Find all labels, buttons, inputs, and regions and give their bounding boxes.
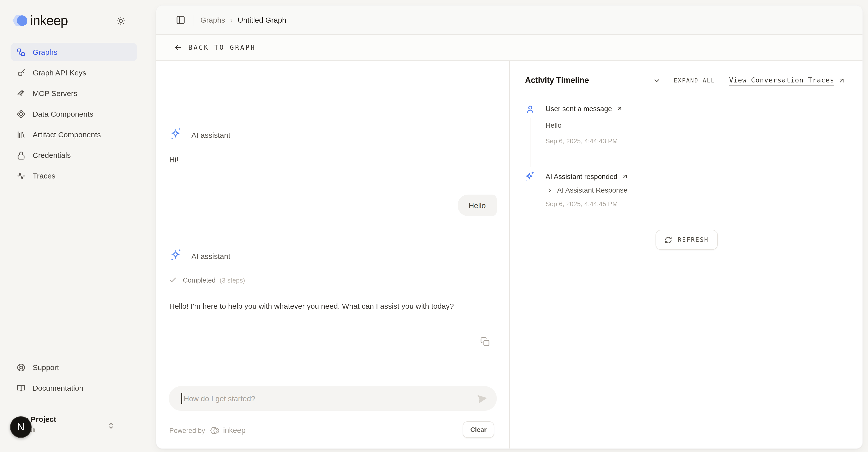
assistant-message: Hi! [169, 156, 179, 164]
inkeep-mark-icon [210, 426, 220, 435]
sidebar-item-label: Credentials [33, 151, 71, 160]
chat-playground: AI assistant Hi! Hello AI assistant [156, 61, 509, 449]
refresh-button[interactable]: REFRESH [655, 230, 718, 250]
copy-icon [480, 337, 490, 346]
status-label: Completed [183, 276, 216, 284]
sidebar-item-credentials[interactable]: Credentials [10, 146, 137, 164]
timeline-event-title[interactable]: User sent a message [546, 105, 623, 113]
panel-title: Activity Timeline [525, 76, 589, 85]
mcp-icon [17, 89, 26, 98]
sun-icon [116, 16, 125, 25]
sidebar-item-label: Data Components [33, 110, 93, 118]
sidebar-item-label: Artifact Components [33, 130, 101, 139]
status-steps: (3 steps) [220, 276, 245, 284]
sidebar-item-label: Graphs [33, 48, 57, 56]
divider [193, 14, 193, 25]
assistant-message: Hello! I'm here to help you with whateve… [169, 300, 475, 313]
app-root: inkeep Graphs [0, 0, 868, 452]
sidebar-footer-nav: Support Documentation [10, 358, 137, 399]
sidebar-item-graphs[interactable]: Graphs [10, 43, 137, 61]
assistant-label: AI assistant [191, 131, 230, 139]
inkeep-wordmark: inkeep [30, 13, 68, 28]
refresh-label: REFRESH [678, 236, 709, 243]
logo-row: inkeep [11, 13, 147, 28]
sidebar-nav: Graphs Graph API Keys MC [10, 43, 137, 187]
arrow-left-icon [174, 43, 182, 52]
project-selector[interactable]: N My Project Default [0, 413, 156, 442]
sparkle-icon [524, 171, 535, 182]
project-switcher-button[interactable] [103, 418, 119, 433]
back-bar: BACK TO GRAPH [156, 35, 863, 61]
back-to-graph-label: BACK TO GRAPH [188, 44, 256, 51]
inkeep-logo-mark-icon [11, 13, 29, 28]
back-to-graph-button[interactable]: BACK TO GRAPH [174, 43, 256, 52]
collapse-timeline-button[interactable] [651, 75, 663, 86]
key-icon [17, 68, 26, 77]
timeline-connector [530, 118, 530, 167]
user-icon [526, 105, 534, 114]
breadcrumb-chevron-icon: › [230, 16, 232, 24]
completion-status[interactable]: Completed (3 steps) [169, 276, 245, 284]
chat-input-placeholder: How do I get started? [184, 394, 255, 403]
copy-button[interactable] [478, 335, 491, 348]
ai-sparkle-icon [169, 127, 183, 141]
timeline-event-title[interactable]: AI Assistant responded [546, 172, 628, 180]
breadcrumb: Graphs › Untitled Graph [200, 16, 286, 24]
chat-input[interactable]: How do I get started? [169, 386, 497, 411]
sidebar: inkeep Graphs [0, 0, 156, 452]
view-conversation-traces-link[interactable]: View Conversation Traces [729, 76, 845, 85]
timeline-event-timestamp: Sep 6, 2025, 4:44:43 PM [546, 137, 618, 145]
timeline-actions: EXPAND ALL View Conversation Traces [651, 75, 845, 86]
powered-by[interactable]: Powered by inkeep [169, 426, 246, 435]
assistant-label: AI assistant [191, 252, 230, 260]
chevrons-up-down-icon [107, 422, 115, 430]
timeline-event-expander[interactable]: AI Assistant Response [547, 186, 627, 194]
arrow-up-right-icon [616, 105, 623, 112]
breadcrumb-current-page: Untitled Graph [238, 16, 286, 24]
check-icon [169, 276, 177, 284]
main-panel: Graphs › Untitled Graph BACK TO GRAPH [156, 5, 863, 449]
avatar[interactable]: N [10, 416, 32, 438]
theme-toggle-button[interactable] [112, 12, 129, 29]
sidebar-item-documentation[interactable]: Documentation [10, 378, 137, 397]
content-area: AI assistant Hi! Hello AI assistant [156, 61, 863, 449]
sidebar-item-traces[interactable]: Traces [10, 166, 137, 185]
breadcrumb-graphs-link[interactable]: Graphs [200, 16, 225, 24]
powered-by-brand: inkeep [223, 426, 246, 435]
book-open-icon [17, 384, 26, 392]
sidebar-item-artifact-components[interactable]: Artifact Components [10, 125, 137, 144]
sidebar-item-data-components[interactable]: Data Components [10, 105, 137, 123]
sidebar-item-support[interactable]: Support [10, 358, 137, 376]
sidebar-item-label: Traces [33, 171, 56, 180]
activity-icon [17, 171, 26, 180]
top-bar: Graphs › Untitled Graph [156, 5, 863, 35]
text-caret [181, 393, 182, 404]
send-button[interactable] [476, 392, 489, 405]
sidebar-item-graph-api-keys[interactable]: Graph API Keys [10, 63, 137, 82]
clear-button[interactable]: Clear [463, 421, 494, 438]
sidebar-toggle-button[interactable] [173, 12, 188, 27]
chevron-down-icon [653, 77, 660, 84]
timeline-event-timestamp: Sep 6, 2025, 4:44:45 PM [546, 200, 618, 208]
send-icon [477, 393, 488, 404]
view-conversation-traces-label: View Conversation Traces [729, 76, 834, 85]
expand-all-button[interactable]: EXPAND ALL [674, 77, 715, 84]
panel-left-icon [176, 15, 185, 25]
arrow-up-right-icon [838, 77, 845, 84]
ai-sparkle-icon [169, 248, 183, 262]
user-message-bubble: Hello [458, 195, 497, 216]
sidebar-item-mcp-servers[interactable]: MCP Servers [10, 84, 137, 103]
sidebar-item-label: Documentation [33, 384, 83, 392]
chevron-right-icon [547, 187, 553, 193]
life-buoy-icon [17, 363, 26, 372]
avatar-letter: N [17, 421, 25, 433]
component-icon [17, 109, 26, 118]
lock-icon [17, 150, 26, 160]
workflow-icon [17, 48, 26, 57]
powered-by-label: Powered by [169, 427, 205, 434]
sidebar-item-label: Graph API Keys [33, 68, 86, 77]
timeline-event-body: Hello [546, 121, 562, 129]
activity-timeline-panel: Activity Timeline EXPAND ALL View Conver… [510, 61, 863, 449]
sidebar-item-label: MCP Servers [33, 89, 78, 97]
arrow-up-right-icon [621, 173, 628, 180]
